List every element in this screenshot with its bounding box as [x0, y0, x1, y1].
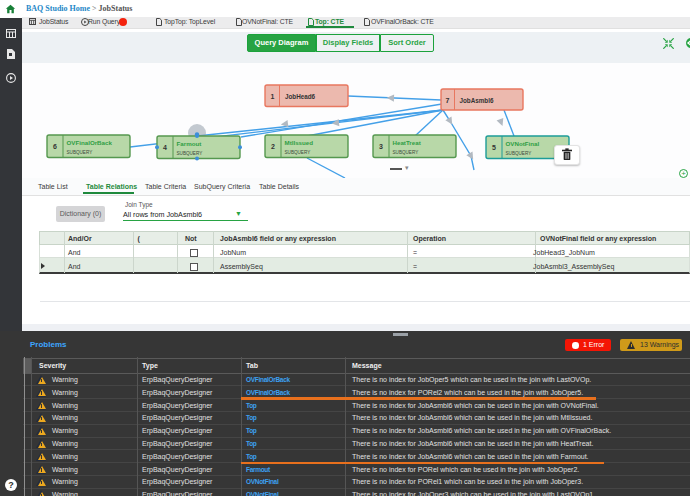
- svg-text:3: 3: [379, 143, 383, 150]
- svg-text:SUBQUERY: SUBQUERY: [285, 150, 311, 155]
- svg-text:JobAsmbl6: JobAsmbl6: [460, 97, 494, 104]
- svg-text:SUBQUERY: SUBQUERY: [177, 151, 203, 156]
- svg-text:MtlIssued: MtlIssued: [285, 139, 314, 146]
- svg-text:OVNotFinal: OVNotFinal: [506, 140, 540, 147]
- svg-text:5: 5: [492, 144, 496, 151]
- svg-text:4: 4: [163, 144, 167, 151]
- svg-text:SUBQUERY: SUBQUERY: [393, 150, 419, 155]
- svg-text:SUBQUERY: SUBQUERY: [67, 150, 93, 155]
- svg-text:JobHead6: JobHead6: [285, 93, 316, 100]
- svg-text:SUBQUERY: SUBQUERY: [506, 151, 532, 156]
- svg-text:HeatTreat: HeatTreat: [393, 139, 421, 146]
- svg-text:OVFinalOrBack: OVFinalOrBack: [67, 139, 113, 146]
- svg-text:2: 2: [271, 143, 275, 150]
- svg-text:7: 7: [446, 97, 450, 104]
- svg-text:6: 6: [53, 143, 57, 150]
- svg-text:1: 1: [271, 93, 275, 100]
- svg-text:Farmout: Farmout: [177, 140, 202, 147]
